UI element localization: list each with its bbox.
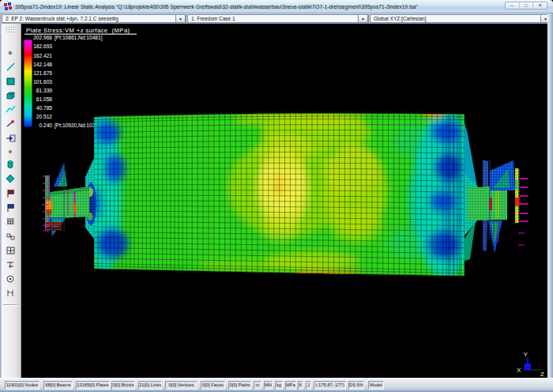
svg-text:81.339: 81.339	[36, 88, 53, 93]
svg-text:121.875: 121.875	[33, 70, 52, 76]
svg-text:101.603: 101.603	[33, 79, 52, 85]
svg-text:Y: Y	[524, 351, 529, 358]
svg-text:0.240: 0.240	[39, 122, 52, 128]
svg-text:Z: Z	[540, 371, 544, 378]
svg-text:40.785: 40.785	[36, 105, 53, 111]
svg-text:X: X	[517, 367, 521, 374]
svg-text:202.966: 202.966	[33, 35, 52, 40]
svg-text:162.421: 162.421	[33, 53, 52, 58]
svg-text:20.512: 20.512	[36, 114, 53, 119]
svg-text:[Pt:10861,Nd:10481]: [Pt:10861,Nd:10481]	[55, 35, 103, 41]
svg-text:61.058: 61.058	[36, 96, 53, 102]
svg-text:142.148: 142.148	[33, 62, 52, 67]
svg-text:182.693: 182.693	[33, 43, 52, 49]
svg-text:Plate Stress:VM +z surface (M: Plate Stress:VM +z surface (MPa)	[26, 27, 130, 34]
